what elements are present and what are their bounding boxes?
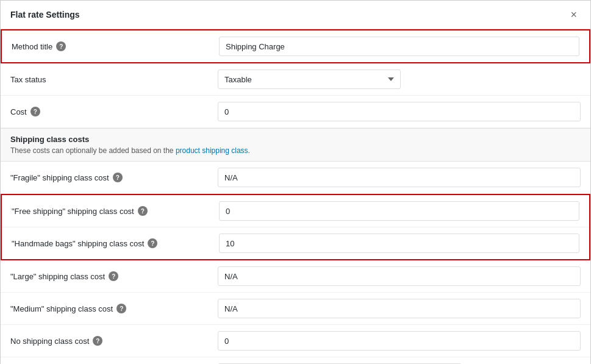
calculation-type-row: Calculation type Per class: Charge shipp… (1, 357, 590, 364)
large-label: "Large" shipping class cost ? (10, 271, 218, 281)
flat-rate-settings-modal: Flat rate Settings × Method title ? Tax … (0, 0, 591, 364)
large-help-icon[interactable]: ? (109, 271, 118, 281)
modal-header: Flat rate Settings × (1, 1, 590, 29)
method-title-help-icon[interactable]: ? (56, 41, 66, 51)
product-shipping-class-link[interactable]: product shipping class (176, 146, 248, 155)
no-shipping-help-icon[interactable]: ? (93, 336, 102, 346)
handmade-bags-help-icon[interactable]: ? (148, 238, 157, 248)
tax-status-select[interactable]: Taxable None (218, 70, 401, 89)
medium-label: "Medium" shipping class cost ? (10, 304, 218, 313)
highlighted-shipping-group: "Free shipping" shipping class cost ? "H… (1, 194, 590, 260)
cost-field (218, 102, 581, 121)
no-shipping-class-row: No shipping class cost ? (1, 325, 590, 357)
method-title-row: Method title ? (1, 29, 590, 63)
cost-help-icon[interactable]: ? (30, 107, 40, 116)
no-shipping-field (218, 331, 581, 351)
handmade-bags-field (219, 234, 579, 253)
fragile-label: "Fragile" shipping class cost ? (10, 173, 218, 182)
fragile-help-icon[interactable]: ? (113, 173, 123, 182)
tax-status-label: Tax status (10, 75, 218, 84)
medium-shipping-class-row: "Medium" shipping class cost ? (1, 293, 590, 325)
shipping-class-section-header: Shipping class costs These costs can opt… (1, 128, 590, 162)
close-button[interactable]: × (567, 8, 581, 21)
large-field (218, 266, 581, 286)
free-shipping-class-row: "Free shipping" shipping class cost ? (2, 195, 589, 227)
shipping-class-title: Shipping class costs (10, 135, 581, 144)
tax-status-row: Tax status Taxable None (1, 63, 590, 96)
medium-help-icon[interactable]: ? (116, 304, 126, 313)
medium-input[interactable] (218, 299, 581, 318)
handmade-bags-class-row: "Handmade bags" shipping class cost ? (2, 227, 589, 259)
tax-status-field: Taxable None (218, 70, 581, 89)
free-shipping-label: "Free shipping" shipping class cost ? (12, 206, 219, 216)
fragile-input[interactable] (218, 168, 581, 187)
no-shipping-input[interactable] (218, 331, 581, 351)
cost-label: Cost ? (10, 107, 218, 116)
handmade-bags-input[interactable] (219, 234, 579, 253)
cost-input[interactable] (218, 102, 581, 121)
free-shipping-help-icon[interactable]: ? (138, 206, 148, 216)
large-input[interactable] (218, 266, 581, 286)
medium-field (218, 299, 581, 318)
fragile-field (218, 168, 581, 187)
method-title-field (219, 37, 579, 56)
method-title-input[interactable] (219, 37, 579, 56)
handmade-bags-label: "Handmade bags" shipping class cost ? (12, 238, 219, 248)
modal-title: Flat rate Settings (10, 10, 80, 20)
fragile-shipping-class-row: "Fragile" shipping class cost ? (1, 162, 590, 194)
shipping-class-desc: These costs can optionally be added base… (10, 146, 581, 155)
cost-row: Cost ? (1, 96, 590, 128)
modal-body: Method title ? Tax status Taxable None C… (1, 29, 590, 364)
large-shipping-class-row: "Large" shipping class cost ? (1, 260, 590, 293)
free-shipping-input[interactable] (219, 201, 579, 221)
method-title-label: Method title ? (12, 41, 219, 51)
no-shipping-label: No shipping class cost ? (10, 336, 218, 346)
free-shipping-field (219, 201, 579, 221)
